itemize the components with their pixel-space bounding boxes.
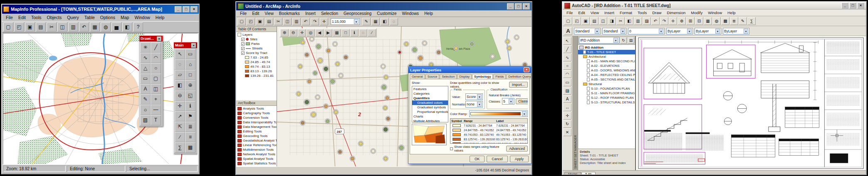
tree-item-139-26-231-81[interactable]: 139.26 - 231.81 xyxy=(236,73,277,78)
full-extent-button[interactable]: ◎ xyxy=(307,29,315,37)
tree-item-linear-referencing-tools[interactable]: Linear Referencing Tools xyxy=(236,143,277,147)
tree-item-spatial-statistics-tools[interactable]: Spatial Statistics Tools xyxy=(236,161,277,166)
menu-edit[interactable]: Edit xyxy=(250,11,262,16)
marquee-select-button[interactable]: ▭ xyxy=(185,49,195,59)
save-button[interactable]: ▣ xyxy=(256,18,264,25)
zoom-out-button[interactable]: ⊖ xyxy=(289,29,297,37)
autocad-drawing-area[interactable] xyxy=(636,36,866,170)
save-button[interactable]: ▣ xyxy=(581,17,590,25)
linetype-combo[interactable]: ByLayer▾ xyxy=(695,28,721,34)
hotlink-button[interactable]: ↗ xyxy=(175,111,185,122)
visibility-checkbox[interactable]: ✓ xyxy=(241,51,245,55)
tree-item-data-interoperability-tools[interactable]: Data Interoperability Tools xyxy=(236,120,277,125)
tree-item-geocoding-tools[interactable]: Geocoding Tools xyxy=(236,134,277,138)
class-color-swatch[interactable] xyxy=(453,124,461,127)
dropdown-arrow-icon[interactable]: ▾ xyxy=(744,29,748,34)
statistics-button[interactable]: ∑ xyxy=(175,142,185,153)
tree-item-graduated-colors[interactable]: Graduated colors xyxy=(412,100,448,105)
dropdown-arrow-icon[interactable]: ▾ xyxy=(659,29,663,34)
line-button[interactable]: ╱ xyxy=(563,45,571,53)
cut-button[interactable]: ✂ xyxy=(616,17,625,25)
dropdown-arrow-icon[interactable]: ▾ xyxy=(354,19,359,24)
search-button[interactable]: ◌ xyxy=(390,18,398,25)
arc-button[interactable]: ◠ xyxy=(563,70,571,78)
print-button[interactable]: ▤ xyxy=(36,22,46,32)
polyline-button[interactable]: ∿ xyxy=(140,53,151,63)
zoom-previous-button[interactable]: ⊟ xyxy=(695,17,703,25)
normalization-combo[interactable]: none▾ xyxy=(465,101,483,108)
dropdown-arrow-icon[interactable]: ▾ xyxy=(613,38,618,43)
color-ramp-combo[interactable]: ▾ xyxy=(469,110,528,117)
classify-button[interactable]: Classify... xyxy=(516,98,528,104)
mtext-button[interactable]: A xyxy=(563,95,571,103)
open-button[interactable]: ◰ xyxy=(573,17,581,25)
menu-insert[interactable]: Insert xyxy=(602,10,617,15)
refresh-button[interactable]: ↻ xyxy=(620,37,627,44)
pan-realtime-button[interactable]: ✛ xyxy=(669,17,677,25)
mapinfo-map-canvas[interactable] xyxy=(3,34,198,164)
undo-button[interactable]: ↶ xyxy=(651,17,660,25)
tree-item-score-by-tract[interactable]: ✓Score by Tract xyxy=(236,51,277,55)
tree-item-quantities[interactable]: Quantities xyxy=(412,96,448,100)
menu-edit[interactable]: Edit xyxy=(576,10,587,15)
text-style-combo[interactable]: Standard▾ xyxy=(574,28,601,34)
copy-button[interactable]: ◫ xyxy=(283,18,292,25)
menu-help[interactable]: Help xyxy=(153,15,167,20)
find-button[interactable]: ◌ xyxy=(359,29,367,37)
visibility-checkbox[interactable]: ✓ xyxy=(241,47,245,50)
copy-button[interactable]: ◫ xyxy=(57,22,67,32)
menu-windows[interactable]: Windows xyxy=(400,11,422,16)
tree-item-a-02-elevations[interactable]: A-02 - ELEVATIONS xyxy=(578,64,635,68)
zoom-in-button[interactable]: ⊕ xyxy=(185,80,195,90)
select-button[interactable]: ↖ xyxy=(175,49,185,59)
identify-button[interactable]: ℹ xyxy=(350,29,359,37)
rectangle-button[interactable]: ▭ xyxy=(563,78,571,86)
mapinfo-titlebar[interactable]: MapInfo Professional - [TOWN,STREET,WATE… xyxy=(2,5,199,14)
rectangle-button[interactable]: ▭ xyxy=(140,73,151,84)
menu-dimension[interactable]: Dimension xyxy=(664,10,688,15)
visibility-checkbox[interactable]: ✓ xyxy=(241,38,245,41)
designcenter-button[interactable]: ◍ xyxy=(712,17,721,25)
tree-item-architectural[interactable]: Architectural xyxy=(578,54,635,59)
paste-button[interactable]: ▥ xyxy=(292,18,301,25)
dropdown-arrow-icon[interactable]: ▾ xyxy=(522,111,527,116)
tree-item-a-04-reflected-ceiling-plans[interactable]: A-04 - REFLECTED CEILING PLANS xyxy=(578,73,635,77)
sheet-set-combo[interactable]: IRD Addition ▾ xyxy=(579,37,619,44)
zoom-status[interactable]: Zoom: 18.92 km xyxy=(3,166,66,172)
menu-view[interactable]: View xyxy=(588,10,601,15)
properties-button[interactable]: ▦ xyxy=(704,17,712,25)
undo-button[interactable]: ↶ xyxy=(79,22,89,32)
ok-button[interactable]: OK xyxy=(470,156,485,162)
tree-item-features[interactable]: Features xyxy=(412,87,448,91)
add-node-button[interactable]: + xyxy=(151,94,161,105)
symbology-class-row[interactable]: 139.263161 - 231.806000139.263161 - 231.… xyxy=(450,142,527,144)
new-map-button[interactable]: ▢ xyxy=(237,18,246,25)
info-button[interactable]: ℹ xyxy=(185,101,195,111)
tree-item-graduated-symbols[interactable]: Graduated symbols xyxy=(412,105,448,110)
zoom-in-button[interactable]: ⊕ xyxy=(280,29,289,37)
pointer-button[interactable]: ↖ xyxy=(563,37,571,45)
tab-source[interactable]: Source xyxy=(425,74,440,79)
tree-item-spatial-analyst-tools[interactable]: Spatial Analyst Tools xyxy=(236,156,277,161)
help-pointer-button[interactable]: ? xyxy=(133,22,143,32)
editor-button[interactable]: ✎ xyxy=(362,18,371,25)
dropdown-arrow-icon[interactable]: ▾ xyxy=(477,94,482,99)
back-extent-button[interactable]: ◀ xyxy=(315,29,324,37)
text-style-button[interactable]: T xyxy=(151,115,161,125)
layer-control-button[interactable]: ≣ xyxy=(185,122,195,132)
menu-tools[interactable]: Tools xyxy=(635,10,649,15)
change-view-button[interactable]: ◱ xyxy=(185,90,195,101)
menu-help[interactable]: Help xyxy=(725,10,738,15)
tree-item-layers[interactable]: Layers xyxy=(236,32,277,37)
class-color-swatch[interactable] xyxy=(453,138,461,141)
region-style-button[interactable]: ▨ xyxy=(140,115,151,125)
catalog-button[interactable]: ◧ xyxy=(381,18,389,25)
tree-item-tracking-analyst-tools[interactable]: Tracking Analyst Tools xyxy=(236,166,277,166)
tree-item-7-63-24-85[interactable]: 7.63 - 24.85 xyxy=(236,55,277,60)
legend-button[interactable]: ≡ xyxy=(185,132,195,142)
menu-bookmarks[interactable]: Bookmarks xyxy=(277,11,302,16)
minimize-button[interactable]: _ xyxy=(175,6,182,12)
tree-item-proportional-symbols[interactable]: Proportional symbols xyxy=(412,110,448,114)
tab-general[interactable]: General xyxy=(410,74,425,79)
hatch-button[interactable]: ▨ xyxy=(563,87,571,95)
